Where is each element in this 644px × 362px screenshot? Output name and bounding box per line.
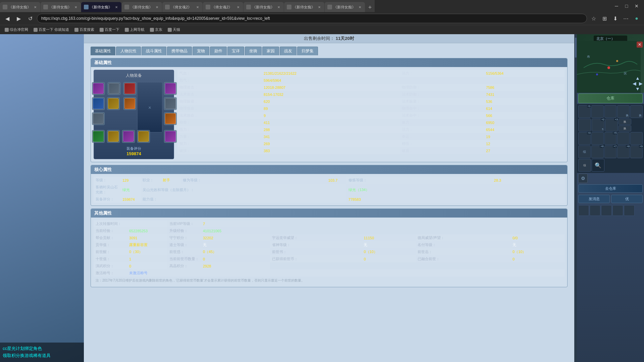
tab-7[interactable]: 《新侍女痴》 ✕ xyxy=(244,2,284,12)
skill-slot[interactable]: 换 xyxy=(619,125,631,131)
skill-slot[interactable] xyxy=(591,105,604,118)
bookmark-icon[interactable]: ⊞ xyxy=(600,14,609,23)
nav-tab-11[interactable]: 归梦集 xyxy=(297,47,318,55)
tab-1[interactable]: 《新侍女痴》 ✕ xyxy=(0,2,40,12)
skill-slot[interactable]: +9 xyxy=(630,145,643,158)
bottom-skill-slot[interactable] xyxy=(601,205,612,216)
scroll-thumb[interactable] xyxy=(575,38,577,58)
skill-slot[interactable]: +6 xyxy=(591,145,604,158)
nav-tab-7[interactable]: 宝详 xyxy=(227,47,244,55)
bottom-skill-slot[interactable] xyxy=(590,205,600,216)
skill-slot[interactable]: 换 xyxy=(619,119,631,125)
tab-8[interactable]: 《新侍女痴》 ✕ xyxy=(284,2,324,12)
search-btn[interactable]: 🔍 xyxy=(592,159,604,172)
nav-tab-4[interactable]: 携带物品 xyxy=(167,47,192,55)
equip-slot-right-1[interactable] xyxy=(164,82,177,95)
address-input[interactable] xyxy=(37,14,587,23)
equip-slot-b1[interactable] xyxy=(92,130,105,143)
tab-6[interactable]: 《倚女魂2》 ✕ xyxy=(203,2,243,12)
recommend-button[interactable]: 优 xyxy=(611,195,643,203)
nav-tab-1[interactable]: 基础属性 xyxy=(91,47,115,55)
bookmark-3[interactable]: 百度搜索 xyxy=(72,26,96,33)
skill-slot[interactable]: +8 xyxy=(617,145,630,158)
tab-close-icon[interactable]: ✕ xyxy=(276,5,281,9)
equip-slot-right-2[interactable] xyxy=(164,97,177,110)
new-tab-button[interactable]: + xyxy=(365,3,375,12)
equip-slot-4[interactable] xyxy=(107,97,120,110)
equip-slot-1[interactable] xyxy=(92,82,105,95)
bookmark-2[interactable]: 百度一下 你就知道 xyxy=(32,26,71,33)
tab-close-icon[interactable]: ✕ xyxy=(155,5,159,9)
tab-close-icon[interactable]: ✕ xyxy=(73,5,78,9)
tab-close-icon[interactable]: ✕ xyxy=(358,5,362,9)
skill-slot[interactable]: +1 xyxy=(578,105,591,118)
skill-slot[interactable]: 换 xyxy=(630,105,643,118)
skill-slot[interactable] xyxy=(578,119,591,131)
tab-close-icon[interactable]: ✕ xyxy=(33,5,38,9)
equip-slot-b3[interactable] xyxy=(122,130,135,143)
tab-5[interactable]: 《倚女魂2》 ✕ xyxy=(162,2,203,12)
skill-slot[interactable] xyxy=(591,132,604,145)
forward-button[interactable]: ▶ xyxy=(14,14,23,23)
download-icon[interactable]: ⬇ xyxy=(610,14,620,23)
nav-tab-8[interactable]: 坐骑 xyxy=(245,47,262,55)
skill-slot[interactable]: 换 xyxy=(617,105,630,118)
tab-close-icon[interactable]: ✕ xyxy=(114,5,119,9)
minimap-close-icon[interactable]: ✕ xyxy=(637,42,643,48)
equip-slot-b2[interactable] xyxy=(107,130,120,143)
send-message-button[interactable]: 发消息 xyxy=(578,195,610,203)
equip-slot-b4[interactable] xyxy=(137,130,150,143)
bottom-skill-slot[interactable] xyxy=(578,205,589,216)
nav-tab-2[interactable]: 人物抗性 xyxy=(116,47,141,55)
bookmark-6[interactable]: 京东 xyxy=(148,26,164,33)
nav-tab-9[interactable]: 家园 xyxy=(262,47,279,55)
rotate-up-icon[interactable]: ▲ xyxy=(635,75,640,81)
rotate-right-icon[interactable]: ▶ xyxy=(639,81,643,86)
skill-slot[interactable]: +3 xyxy=(605,119,618,131)
tab-4[interactable]: 《新侍女痴》 ✕ xyxy=(122,2,162,12)
skill-slot[interactable]: 综 xyxy=(578,145,591,158)
warehouse-button[interactable]: 仓库 xyxy=(578,94,643,103)
settings-icon[interactable]: ⚙ xyxy=(578,174,588,183)
star-icon[interactable]: ☆ xyxy=(589,14,598,23)
bottom-skill-slot[interactable] xyxy=(624,205,635,216)
extension-icon[interactable]: ● xyxy=(632,14,641,23)
skill-slot[interactable] xyxy=(617,132,630,145)
maximize-button[interactable]: □ xyxy=(622,1,631,11)
skill-slot[interactable]: +2 5 xyxy=(592,119,604,131)
bookmark-7[interactable]: 天猫 xyxy=(166,26,182,33)
minimize-button[interactable]: ─ xyxy=(612,1,621,11)
skill-slot[interactable]: +7 xyxy=(604,145,617,158)
skill-slot[interactable]: +4 xyxy=(578,132,591,145)
skill-slot[interactable] xyxy=(604,105,617,118)
bookmark-1[interactable]: 综合净官网 xyxy=(3,26,30,33)
tab-close-icon[interactable]: ✕ xyxy=(236,5,240,9)
equip-slot-right-3[interactable] xyxy=(164,112,177,125)
rotate-left-icon[interactable]: ◀ xyxy=(633,81,636,86)
nav-tab-3[interactable]: 战斗属性 xyxy=(142,47,166,55)
rotate-down-icon[interactable]: ▼ xyxy=(635,86,640,92)
bookmark-5[interactable]: 上网导航 xyxy=(123,26,147,33)
center-scrollbar[interactable] xyxy=(574,34,577,362)
bookmark-4[interactable]: 百度一下 xyxy=(98,26,121,33)
equip-slot-2[interactable] xyxy=(108,82,120,95)
equip-slot-6[interactable] xyxy=(123,97,136,110)
skill-slot[interactable]: 综 xyxy=(578,159,591,172)
equip-slot-7[interactable] xyxy=(92,112,105,125)
nav-tab-5[interactable]: 宠物 xyxy=(193,47,209,55)
tab-9[interactable]: 《新侍女痴》 ✕ xyxy=(325,2,365,12)
equip-slot-right-4[interactable] xyxy=(164,130,177,143)
tab-3[interactable]: 《新侍女痴》 ✕ xyxy=(81,2,121,12)
nav-tab-6[interactable]: 勋件 xyxy=(210,47,227,55)
tab-close-icon[interactable]: ✕ xyxy=(195,5,200,9)
skill-slot[interactable] xyxy=(630,132,643,145)
nav-tab-10[interactable]: 战友 xyxy=(280,47,297,55)
back-button[interactable]: ◀ xyxy=(3,14,12,23)
skill-slot[interactable]: +5 xyxy=(604,132,617,145)
equip-slot-3[interactable] xyxy=(123,82,136,95)
equip-slot-5[interactable] xyxy=(92,97,105,110)
close-button[interactable]: ✕ xyxy=(632,1,641,11)
goto-warehouse-button[interactable]: 去仓库 xyxy=(578,184,643,193)
bottom-skill-slot[interactable] xyxy=(612,205,623,216)
tab-2[interactable]: 《新侍女痴》 ✕ xyxy=(41,2,81,12)
